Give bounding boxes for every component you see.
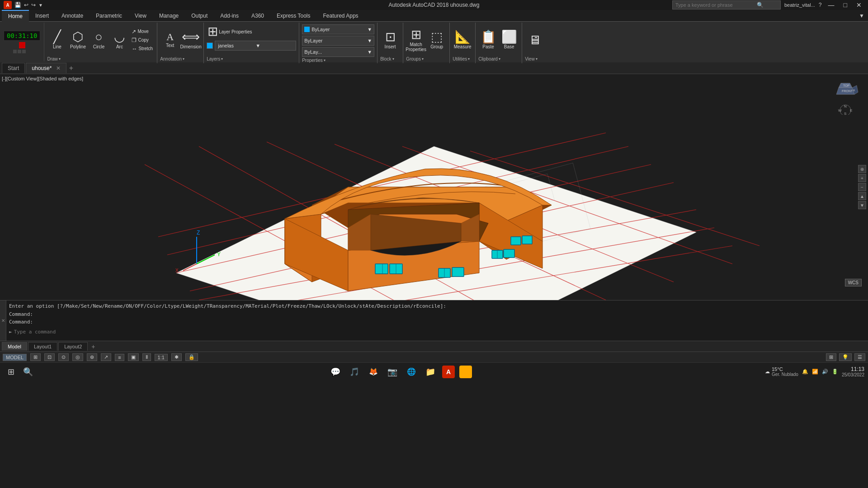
taskbar-video-icon[interactable]: 📷	[385, 365, 400, 379]
block-dropdown-arrow[interactable]: ▾	[392, 57, 394, 61]
selection-btn[interactable]: Ⅱ	[142, 353, 151, 361]
polar-btn[interactable]: ◎	[72, 353, 83, 361]
zoom-out-btn[interactable]: −	[858, 183, 866, 191]
taskbar-music-icon[interactable]: 🎵	[347, 365, 362, 379]
draw-dropdown-arrow[interactable]: ▾	[59, 57, 61, 61]
taskbar-notification-icon[interactable]: 🔔	[802, 369, 808, 375]
scroll-down-btn[interactable]: ▼	[858, 201, 866, 209]
add-layout-btn[interactable]: +	[89, 343, 98, 350]
tab-parametric[interactable]: Parametric	[90, 10, 128, 22]
search-input[interactable]	[675, 2, 757, 8]
viewcube[interactable]: N S W E TOP FRONT R	[827, 79, 863, 115]
timer-extra-btn2[interactable]	[18, 50, 21, 53]
linetype-dropdown[interactable]: ▼	[367, 38, 372, 43]
insert-btn[interactable]: ⊡ Insert	[380, 27, 400, 54]
properties-dropdown-arrow[interactable]: ▾	[324, 58, 326, 62]
stretch-btn[interactable]: ↔Stretch	[130, 45, 154, 53]
layer-properties-btn[interactable]: ⊞ Layer Properties	[207, 24, 253, 39]
lock-ui-btn[interactable]: 🔒	[185, 353, 198, 361]
copy-btn[interactable]: ❐Copy	[130, 36, 154, 44]
quick-access-undo[interactable]: ↩	[24, 2, 28, 8]
tab-a360[interactable]: A360	[245, 10, 270, 22]
measure-btn[interactable]: 📐 Measure	[453, 27, 472, 54]
lineweight-property[interactable]: ByLay... ▼	[302, 47, 374, 57]
quick-access-redo[interactable]: ↪	[31, 2, 36, 8]
search-bar[interactable]: 🔍	[672, 0, 781, 9]
timer-extra-btn[interactable]	[13, 50, 17, 53]
layout-tab-layout2[interactable]: Layout2	[58, 342, 88, 351]
minimize-btn[interactable]: —	[826, 1, 837, 9]
model-space-btn[interactable]: MODEL	[3, 354, 27, 361]
annotation-dropdown-arrow[interactable]: ▾	[183, 57, 184, 61]
lineweight-btn[interactable]: ≡	[115, 354, 124, 361]
taskbar-chat-icon[interactable]: 💬	[328, 365, 343, 379]
quick-access-more[interactable]: ▼	[38, 3, 43, 8]
clipboard-dropdown-arrow[interactable]: ▾	[499, 57, 500, 61]
tab-annotate[interactable]: Annotate	[55, 10, 90, 22]
ortho-btn[interactable]: ⊙	[58, 353, 69, 361]
layer-selector[interactable]: janelas ▼	[215, 41, 296, 51]
layers-dropdown-arrow[interactable]: ▾	[221, 57, 223, 61]
dimension-btn[interactable]: ⟺ Dimension	[181, 27, 201, 54]
osnap-btn[interactable]: ⊛	[87, 353, 97, 361]
tab-featured-apps[interactable]: Featured Apps	[317, 10, 365, 22]
timer-extra-btn3[interactable]	[22, 50, 26, 53]
view-btn[interactable]: 🖥	[525, 27, 545, 54]
move-btn[interactable]: ↗Move	[130, 28, 154, 36]
tab-manage[interactable]: Manage	[153, 10, 185, 22]
tab-view[interactable]: View	[128, 10, 153, 22]
groups-dropdown-arrow[interactable]: ▾	[422, 57, 424, 61]
quick-access-save[interactable]: 💾	[14, 2, 21, 8]
search-button[interactable]: 🔍	[21, 365, 35, 379]
wcs-label[interactable]: WCS	[845, 279, 862, 286]
zoom-in-btn[interactable]: +	[858, 174, 866, 182]
scroll-up-btn[interactable]: ▲	[858, 192, 866, 200]
otrack-btn[interactable]: ↗	[101, 353, 111, 361]
doc-tab-uhouse[interactable]: uhouse* ✕	[26, 63, 66, 73]
snap-btn[interactable]: ⊡	[44, 353, 55, 361]
doc-tab-close[interactable]: ✕	[56, 65, 61, 71]
tab-output[interactable]: Output	[185, 10, 214, 22]
workspace-btn[interactable]: ✱	[171, 353, 182, 361]
help-icon[interactable]: ?	[819, 2, 822, 8]
taskbar-yellow-icon[interactable]	[459, 366, 472, 378]
new-tab-btn[interactable]: +	[69, 64, 73, 72]
pan-btn[interactable]: ⊕	[858, 165, 866, 173]
hardware-accel-btn[interactable]: ⊞	[826, 353, 836, 361]
annotation-scale-btn[interactable]: 1:1	[155, 354, 168, 361]
line-btn[interactable]: ╱ Line	[47, 27, 67, 54]
taskbar-browser-icon[interactable]: 🦊	[366, 365, 381, 379]
doc-tab-start[interactable]: Start	[2, 63, 25, 73]
command-close-btn[interactable]: ✕	[0, 300, 6, 341]
customization-btn[interactable]: ☰	[854, 353, 865, 361]
color-property[interactable]: ByLayer ▼	[302, 24, 374, 34]
utilities-dropdown-arrow[interactable]: ▾	[468, 57, 470, 61]
ribbon-toggle[interactable]: ▼	[855, 13, 868, 19]
polyline-btn[interactable]: ⬡ Polyline	[68, 27, 88, 54]
isolate-btn[interactable]: 💡	[839, 353, 852, 361]
layer-dropdown-arrow[interactable]: ▼	[255, 43, 293, 48]
text-btn[interactable]: A Text	[160, 27, 180, 54]
close-btn[interactable]: ✕	[854, 1, 864, 9]
tab-insert[interactable]: Insert	[29, 10, 55, 22]
tab-express-tools[interactable]: Express Tools	[270, 10, 316, 22]
transparency-btn[interactable]: ▣	[128, 353, 139, 361]
taskbar-files-icon[interactable]: 📁	[423, 365, 438, 379]
arc-btn[interactable]: ◡ Arc	[109, 27, 129, 54]
taskbar-battery-icon[interactable]: 🔋	[832, 369, 838, 375]
tab-home[interactable]: Home	[2, 10, 29, 22]
grid-btn[interactable]: ⊞	[30, 353, 41, 361]
view-dropdown-arrow[interactable]: ▾	[536, 57, 538, 61]
layout-tab-layout1[interactable]: Layout1	[28, 342, 57, 351]
match-properties-btn[interactable]: ⊞ Match Properties	[406, 27, 426, 54]
command-input[interactable]	[14, 329, 859, 335]
lineweight-dropdown[interactable]: ▼	[367, 49, 372, 55]
circle-btn[interactable]: ○ Circle	[89, 27, 108, 54]
taskbar-network-icon[interactable]: 📶	[812, 369, 818, 375]
color-dropdown[interactable]: ▼	[367, 27, 372, 32]
maximize-btn[interactable]: □	[841, 1, 850, 9]
start-button[interactable]: ⊞	[4, 365, 18, 379]
layout-tab-model[interactable]: Model	[2, 342, 27, 351]
paste-btn[interactable]: 📋 Paste	[478, 27, 498, 54]
taskbar-autocad-icon[interactable]: A	[442, 366, 455, 378]
